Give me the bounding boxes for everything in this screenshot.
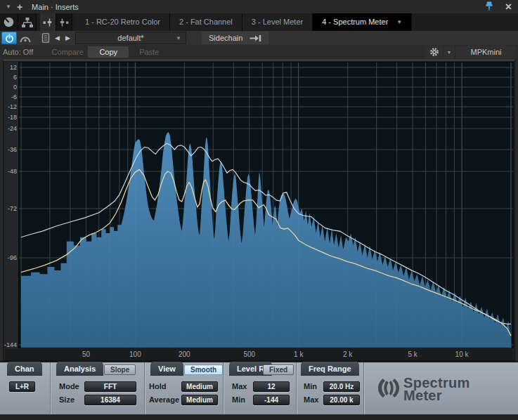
- expanded-channel-toggle[interactable]: [40, 13, 56, 31]
- frequency-axis: 501002005001 k2 k5 k10 k: [4, 349, 514, 360]
- plugin-window: ▼ + Main · Inserts ×: [0, 0, 518, 420]
- knob-icon: [3, 16, 15, 28]
- hold-value[interactable]: Medium: [181, 381, 218, 392]
- bypass-power-button[interactable]: [1, 32, 17, 44]
- average-value[interactable]: Medium: [181, 395, 218, 405]
- section-analysis: Analysis Slope Mode FFT Size 16384: [51, 362, 145, 416]
- spectrum-chart: [19, 63, 513, 348]
- chan-tab[interactable]: Chan: [7, 362, 42, 376]
- section-freq-range: Freq Range Min 20.0 Hz Max 20.00 k: [297, 362, 364, 416]
- settings-caret-icon[interactable]: ▼: [443, 46, 455, 58]
- power-icon: [5, 34, 14, 43]
- freq-tick-label: 10 k: [448, 350, 476, 358]
- db-tick-label: -96: [4, 254, 17, 261]
- freq-tick-label: 200: [170, 350, 198, 358]
- tab-rc20-retro-color[interactable]: 1 - RC-20 Retro Color: [76, 13, 170, 31]
- smooth-button[interactable]: Smooth: [184, 365, 223, 375]
- tab-dropdown-caret-icon[interactable]: ▼: [396, 13, 402, 31]
- hold-label: Hold: [149, 381, 166, 392]
- next-preset-button[interactable]: ▶: [63, 32, 73, 44]
- paste-button[interactable]: Paste: [129, 48, 169, 56]
- db-tick-label: -12: [4, 103, 17, 110]
- freq-max-label: Max: [304, 395, 318, 405]
- brand-line2: Meter: [403, 389, 470, 402]
- db-tick-label: -36: [4, 146, 17, 153]
- analysis-tab[interactable]: Analysis: [56, 362, 103, 376]
- db-tick-label: 12: [4, 64, 17, 71]
- level-max-value[interactable]: 12: [253, 381, 290, 392]
- db-tick-label: -72: [4, 205, 17, 212]
- copy-button[interactable]: Copy: [88, 46, 129, 58]
- preset-caret-icon: ▼: [176, 35, 181, 41]
- automation-mode[interactable]: Auto: Off: [3, 48, 33, 56]
- average-label: Average: [149, 395, 179, 405]
- mode-value[interactable]: FFT: [84, 381, 136, 392]
- size-value[interactable]: 16384: [84, 395, 136, 405]
- tab-spectrum-meter-label: 4 - Spectrum Meter: [322, 13, 388, 31]
- slope-button[interactable]: Slope: [104, 365, 136, 375]
- presonus-logo-icon: [377, 378, 401, 399]
- curve-arc-icon: [19, 34, 32, 43]
- tab-spectrum-meter[interactable]: 4 - Spectrum Meter ▼: [313, 13, 412, 31]
- spectrum-display: 1260-6-12-18-24-36-48-72-96-144 50100200…: [3, 60, 515, 361]
- section-level: Level R Fixed Max 12 Min -144: [224, 362, 297, 416]
- channel-mode-value[interactable]: L+R: [9, 381, 35, 392]
- tab-bar: 1 - RC-20 Retro Color 2 - Fat Channel 3 …: [0, 13, 518, 31]
- freq-tick-label: 500: [235, 350, 264, 358]
- level-min-label: Min: [232, 395, 245, 405]
- routing-view-button[interactable]: [18, 13, 37, 31]
- spectrum-plot[interactable]: [19, 63, 513, 348]
- document-icon: [41, 33, 50, 43]
- section-view: View Smooth Hold Medium Average Medium: [145, 362, 224, 416]
- knob-panel-button[interactable]: [0, 13, 18, 31]
- freq-min-value[interactable]: 20.0 Hz: [323, 381, 360, 392]
- channel-expanded-icon: [43, 18, 53, 27]
- sidechain-routing-icon: [250, 34, 261, 42]
- midi-device-selector[interactable]: MPKmini: [455, 46, 517, 58]
- title-bar: ▼ + Main · Inserts ×: [0, 0, 518, 13]
- freq-tick-label: 1 k: [285, 350, 313, 358]
- compact-channel-toggle[interactable]: [56, 13, 72, 31]
- level-max-label: Max: [232, 381, 247, 392]
- tab-fat-channel[interactable]: 2 - Fat Channel: [170, 13, 242, 31]
- settings-button[interactable]: [426, 46, 443, 58]
- db-tick-label: -144: [4, 341, 17, 348]
- pin-icon[interactable]: [484, 1, 494, 12]
- add-insert-icon[interactable]: +: [17, 2, 22, 12]
- db-tick-label: -6: [4, 93, 17, 100]
- compare-button[interactable]: Compare: [47, 48, 88, 56]
- db-tick-label: -48: [4, 168, 17, 175]
- preset-file-button[interactable]: [39, 32, 52, 44]
- fixed-button[interactable]: Fixed: [263, 365, 294, 375]
- plugin-brand-name: Spectrum Meter: [403, 376, 470, 402]
- db-tick-label: -18: [4, 114, 17, 121]
- db-axis: 1260-6-12-18-24-36-48-72-96-144: [4, 60, 18, 350]
- freq-min-label: Min: [304, 381, 317, 392]
- section-chan: Chan L+R: [0, 362, 51, 416]
- mode-label: Mode: [59, 381, 79, 392]
- parameter-panel: Chan L+R Analysis Slope Mode FFT Size 16…: [0, 361, 518, 414]
- freq-tick-label: 50: [72, 350, 100, 358]
- level-min-value[interactable]: -144: [253, 395, 290, 405]
- automation-row: Auto: Off Compare Copy Paste ▼ MPKmini: [0, 45, 518, 59]
- db-tick-label: 6: [4, 74, 17, 81]
- preset-name: default*: [76, 34, 186, 42]
- insert-tabs: 1 - RC-20 Retro Color 2 - Fat Channel 3 …: [76, 13, 412, 31]
- window-menu-caret-icon[interactable]: ▼: [6, 4, 11, 10]
- previous-preset-button[interactable]: ◀: [52, 32, 63, 44]
- spectrum-fill-area: [21, 132, 511, 348]
- tab-level-meter[interactable]: 3 - Level Meter: [242, 13, 313, 31]
- freq-range-tab[interactable]: Freq Range: [301, 362, 359, 376]
- window-title: Main · Inserts: [32, 3, 79, 11]
- preset-selector[interactable]: default* ▼: [75, 32, 186, 44]
- window-bottom-edge: [0, 414, 518, 420]
- close-icon[interactable]: ×: [505, 1, 512, 13]
- plugin-toolbar: ◀ ▶ default* ▼ Sidechain: [0, 31, 518, 45]
- sidechain-button[interactable]: Sidechain: [202, 32, 268, 44]
- db-tick-label: -24: [4, 125, 17, 132]
- view-tab[interactable]: View: [150, 362, 183, 376]
- freq-max-value[interactable]: 20.00 k: [323, 395, 360, 405]
- freq-tick-label: 5 k: [399, 350, 427, 358]
- size-label: Size: [59, 395, 75, 405]
- macro-curve-button[interactable]: [17, 32, 34, 44]
